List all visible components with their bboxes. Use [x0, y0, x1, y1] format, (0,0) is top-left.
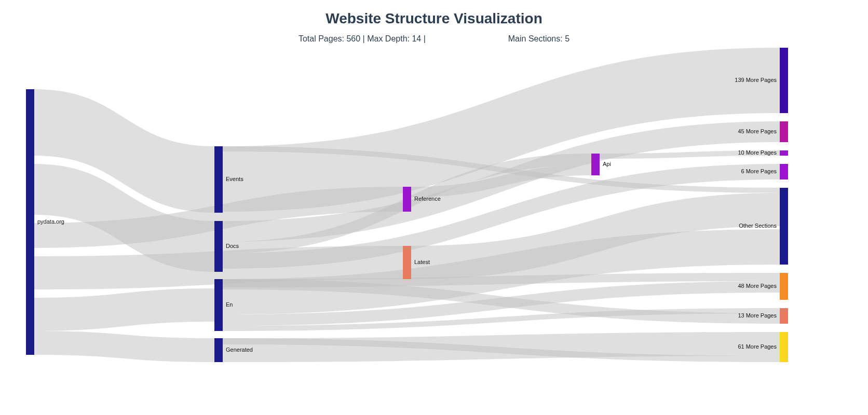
sankey-node-label: 13 More Pages: [738, 312, 777, 319]
svg-rect-5: [403, 187, 411, 212]
svg-rect-0: [26, 89, 34, 355]
sankey-node-label: Docs: [226, 243, 239, 249]
sankey-node-label: En: [226, 301, 233, 308]
sankey-node-label: Events: [226, 176, 243, 182]
sankey-node-events[interactable]: [214, 146, 223, 213]
sankey-node-13_more[interactable]: [780, 308, 788, 324]
sankey-node-label: Reference: [414, 196, 441, 202]
svg-rect-4: [214, 338, 223, 362]
sankey-node-139_more[interactable]: [780, 48, 788, 113]
sankey-node-6_more[interactable]: [780, 164, 788, 179]
svg-rect-11: [780, 164, 788, 179]
sankey-node-generated[interactable]: [214, 338, 223, 362]
sankey-node-48_more[interactable]: [780, 273, 788, 300]
svg-rect-15: [780, 332, 788, 362]
sankey-node-pydata[interactable]: [26, 89, 34, 355]
sankey-node-reference[interactable]: [403, 187, 411, 212]
sankey-node-label: pydata.org: [37, 218, 64, 225]
sankey-node-label: Api: [603, 161, 611, 167]
sankey-node-label: 10 More Pages: [738, 149, 777, 156]
sankey-diagram[interactable]: pydata.orgEventsDocsEnGeneratedReference…: [0, 0, 868, 415]
sankey-node-61_more[interactable]: [780, 332, 788, 362]
svg-rect-14: [780, 308, 788, 324]
sankey-node-latest[interactable]: [403, 246, 411, 279]
sankey-node-docs[interactable]: [214, 221, 223, 272]
svg-rect-12: [780, 188, 788, 265]
svg-rect-8: [780, 48, 788, 113]
sankey-node-label: Generated: [226, 347, 253, 353]
svg-rect-13: [780, 273, 788, 300]
svg-rect-7: [591, 154, 600, 175]
sankey-node-label: Other Sections: [739, 223, 777, 229]
svg-rect-2: [214, 221, 223, 272]
sankey-node-label: 6 More Pages: [741, 168, 777, 174]
sankey-node-label: Latest: [414, 259, 430, 265]
sankey-node-en[interactable]: [214, 279, 223, 331]
svg-rect-3: [214, 279, 223, 331]
sankey-node-label: 48 More Pages: [738, 283, 777, 289]
sankey-link[interactable]: [34, 331, 214, 362]
sankey-link[interactable]: [34, 288, 214, 331]
sankey-node-label: 139 More Pages: [735, 77, 777, 83]
sankey-node-other_sections[interactable]: [780, 188, 788, 265]
sankey-node-45_more[interactable]: [780, 121, 788, 142]
svg-rect-1: [214, 146, 223, 213]
sankey-node-10_more[interactable]: [780, 150, 788, 156]
sankey-node-api[interactable]: [591, 154, 600, 175]
sankey-node-label: 45 More Pages: [738, 128, 777, 134]
svg-rect-10: [780, 150, 788, 156]
sankey-node-label: 61 More Pages: [738, 343, 777, 350]
svg-rect-6: [403, 246, 411, 279]
svg-rect-9: [780, 121, 788, 142]
